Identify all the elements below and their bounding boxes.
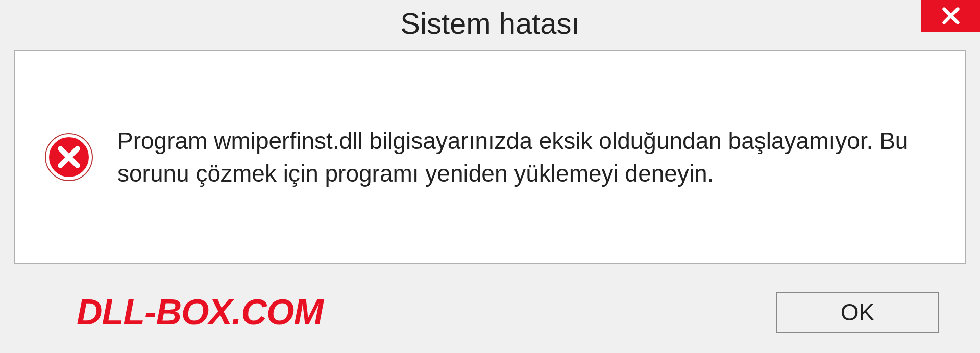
dialog-footer: DLL-BOX.COM OK [0, 271, 980, 353]
error-icon-wrap [46, 134, 92, 180]
close-icon [941, 6, 961, 26]
brand-watermark: DLL-BOX.COM [77, 292, 323, 333]
ok-button[interactable]: OK [776, 292, 939, 333]
error-message: Program wmiperfinst.dll bilgisayarınızda… [117, 124, 934, 190]
content-area: Program wmiperfinst.dll bilgisayarınızda… [14, 50, 966, 264]
error-dialog: Sistem hatası Program wmiperfinst.dll bi… [0, 0, 980, 353]
titlebar: Sistem hatası [0, 0, 980, 46]
error-icon [46, 134, 92, 180]
dialog-title: Sistem hatası [400, 6, 579, 40]
close-button[interactable] [921, 0, 980, 32]
